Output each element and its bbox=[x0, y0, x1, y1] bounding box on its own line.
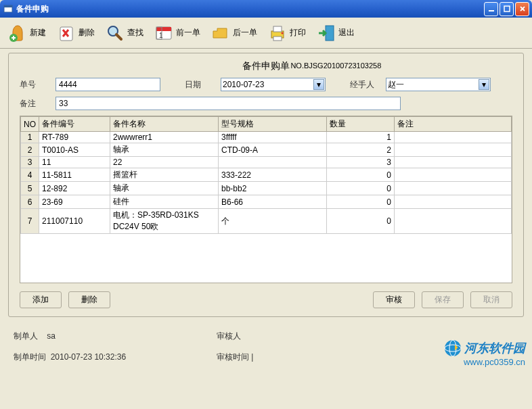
table-row[interactable]: 5 12-892 轴承 bb-bb2 0 bbox=[21, 182, 512, 195]
svg-text:1: 1 bbox=[159, 32, 163, 39]
svg-point-14 bbox=[282, 32, 284, 34]
auditor-label: 审核人 bbox=[217, 331, 241, 341]
audit-button[interactable]: 审核 bbox=[373, 291, 415, 308]
maximize-button[interactable] bbox=[500, 2, 514, 16]
delete-icon bbox=[56, 22, 77, 44]
next-button[interactable]: 后一单 bbox=[206, 20, 261, 46]
table-header-row: NO 备件编号 备件名称 型号规格 数量 备注 bbox=[21, 117, 512, 132]
col-qty: 数量 bbox=[327, 117, 395, 132]
remark-input[interactable] bbox=[56, 97, 401, 110]
delete-button[interactable]: 删除 bbox=[51, 20, 99, 46]
app-icon bbox=[3, 3, 14, 14]
window-titlebar: 备件申购 bbox=[0, 0, 532, 18]
find-icon bbox=[104, 22, 126, 44]
watermark: 河东软件园 www.pc0359.cn bbox=[444, 339, 525, 367]
main-toolbar: 新建 删除 查找 1 前一单 后一单 打印 退出 bbox=[0, 18, 532, 49]
globe-icon bbox=[444, 339, 462, 357]
close-button[interactable] bbox=[515, 2, 529, 16]
col-remark: 备注 bbox=[395, 117, 512, 132]
exit-button[interactable]: 退出 bbox=[311, 20, 359, 46]
maker-label: 制单人 bbox=[14, 331, 38, 341]
chevron-down-icon: ▾ bbox=[479, 79, 489, 90]
find-button[interactable]: 查找 bbox=[100, 20, 148, 46]
make-time-label: 制单时间 bbox=[14, 352, 46, 362]
remark-label: 备注 bbox=[20, 98, 50, 110]
add-button[interactable]: 添加 bbox=[20, 291, 62, 308]
chevron-down-icon: ▾ bbox=[313, 79, 324, 90]
date-combo[interactable]: 2010-07-23 ▾ bbox=[221, 78, 326, 91]
col-code: 备件编号 bbox=[39, 117, 110, 132]
id-input[interactable] bbox=[56, 78, 160, 91]
prev-icon: 1 bbox=[153, 22, 175, 44]
handler-label: 经手人 bbox=[350, 79, 380, 91]
footer: 制单人 sa 制单时间 2010-07-23 10:32:36 审核人 审核时间… bbox=[0, 321, 532, 372]
svg-rect-3 bbox=[504, 6, 510, 11]
svg-rect-1 bbox=[4, 5, 12, 7]
date-label: 日期 bbox=[185, 79, 215, 91]
next-label: 后一单 bbox=[233, 27, 257, 39]
make-time-value: 2010-07-23 10:32:36 bbox=[51, 352, 126, 362]
table-row[interactable]: 1 RT-789 2wwwrerr1 3fffff 1 bbox=[21, 132, 512, 143]
delete-label: 删除 bbox=[79, 27, 95, 39]
svg-rect-2 bbox=[489, 10, 494, 11]
col-spec: 型号规格 bbox=[219, 117, 327, 132]
maker-value: sa bbox=[47, 331, 56, 341]
table-row[interactable]: 6 23-69 硅件 B6-66 0 bbox=[21, 195, 512, 209]
parts-table[interactable]: NO 备件编号 备件名称 型号规格 数量 备注 1 RT-789 2wwwrer… bbox=[20, 116, 512, 283]
table-row[interactable]: 7 211007110 电机：SP-35RD-031KS DC24V 50欧 个… bbox=[21, 209, 512, 234]
new-icon bbox=[7, 22, 28, 44]
exit-label: 退出 bbox=[338, 27, 355, 39]
svg-point-16 bbox=[445, 340, 461, 356]
svg-rect-13 bbox=[273, 37, 282, 41]
table-row[interactable]: 4 11-5811 摇篮杆 333-222 0 bbox=[21, 168, 512, 182]
audit-time-label: 审核时间 bbox=[217, 352, 249, 362]
find-label: 查找 bbox=[127, 27, 143, 39]
svg-rect-12 bbox=[273, 26, 282, 32]
main-panel: 备件申购单 NO.BJSG20100723103258 单号 日期 2010-0… bbox=[8, 53, 524, 317]
new-label: 新建 bbox=[30, 27, 46, 39]
minimize-button[interactable] bbox=[484, 2, 498, 16]
order-number: NO.BJSG20100723103258 bbox=[290, 62, 381, 70]
prev-button[interactable]: 1 前一单 bbox=[149, 20, 204, 46]
print-button[interactable]: 打印 bbox=[263, 20, 310, 46]
print-label: 打印 bbox=[290, 27, 306, 39]
col-name: 备件名称 bbox=[110, 117, 219, 132]
window-title: 备件申购 bbox=[16, 3, 484, 15]
print-icon bbox=[267, 22, 288, 44]
handler-combo[interactable]: 赵一 ▾ bbox=[386, 78, 491, 91]
table-row[interactable]: 2 T0010-AS 轴承 CTD-09-A 2 bbox=[21, 143, 512, 157]
save-button[interactable]: 保存 bbox=[422, 291, 464, 308]
row-delete-button[interactable]: 删除 bbox=[68, 291, 110, 308]
next-icon bbox=[210, 22, 231, 44]
new-button[interactable]: 新建 bbox=[3, 20, 50, 46]
id-label: 单号 bbox=[20, 79, 50, 91]
form-title: 备件申购单 bbox=[242, 60, 290, 71]
prev-label: 前一单 bbox=[176, 27, 200, 39]
col-no: NO bbox=[21, 117, 39, 132]
cancel-button[interactable]: 取消 bbox=[470, 291, 512, 308]
table-row[interactable]: 3 11 22 3 bbox=[21, 157, 512, 168]
exit-icon bbox=[315, 22, 337, 44]
svg-rect-8 bbox=[156, 27, 171, 31]
